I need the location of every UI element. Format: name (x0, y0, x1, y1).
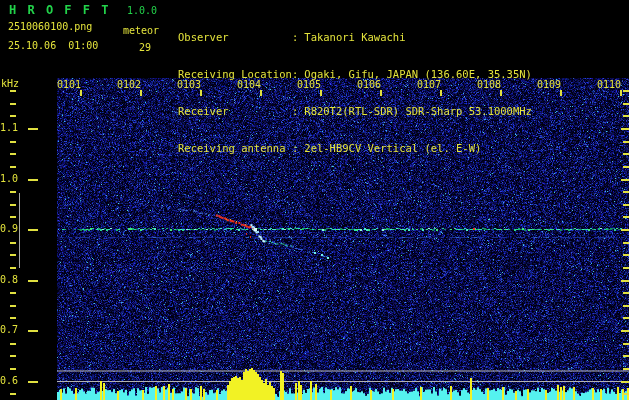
freq-axis-unit: kHz (1, 78, 19, 89)
freq-label-0.8: 0.8 (0, 274, 18, 285)
time-label-0109: 0109 (531, 79, 561, 90)
info-label: Receiver (178, 105, 292, 117)
freq-label-1.1: 1.1 (0, 122, 18, 133)
time-label-0105: 0105 (291, 79, 321, 90)
time-label-0110: 0110 (591, 79, 621, 90)
info-label: Receiving antenna (178, 142, 292, 154)
time-label-0108: 0108 (471, 79, 501, 90)
info-separator: : (292, 142, 298, 154)
meteor-count: 29 (139, 42, 151, 53)
time-label-0104: 0104 (231, 79, 261, 90)
app-version: 1.0.0 (127, 5, 157, 16)
mode-label: meteor (123, 25, 159, 36)
info-label: Observer (178, 31, 292, 43)
info-row-antenna: Receiving antenna:2el-HB9CV Vertical (el… (178, 142, 532, 154)
info-separator: : (292, 105, 298, 117)
freq-label-0.9: 0.9 (0, 223, 18, 234)
output-filename: 2510060100.png (8, 21, 92, 32)
app-title: H R O F F T (9, 3, 110, 17)
info-value: 2el-HB9CV Vertical (el. E-W) (304, 142, 481, 154)
info-row-observer: Observer:Takanori Kawachi (178, 31, 532, 43)
time-label-0106: 0106 (351, 79, 381, 90)
hrofft-screen: H R O F F T 1.0.0 2510060100.png meteor … (0, 0, 629, 400)
info-value: Takanori Kawachi (304, 31, 405, 43)
time-label-0103: 0103 (171, 79, 201, 90)
time-label-0102: 0102 (111, 79, 141, 90)
station-info: Observer:Takanori Kawachi Receiving Loca… (178, 6, 532, 180)
time-label-0107: 0107 (411, 79, 441, 90)
info-row-receiver: ReceiverR820T2(RTL-SDR) SDR-Sharp 53.100… (178, 105, 532, 117)
freq-label-0.7: 0.7 (0, 324, 18, 335)
date-time: 25.10.06 01:00 (8, 40, 98, 51)
freq-label-0.6: 0.6 (0, 375, 18, 386)
freq-label-1.0: 1.0 (0, 173, 18, 184)
info-separator: : (292, 31, 298, 43)
time-label-0101: 0101 (51, 79, 81, 90)
info-value: R820T2(RTL-SDR) SDR-Sharp 53.1000MHz (304, 105, 532, 117)
